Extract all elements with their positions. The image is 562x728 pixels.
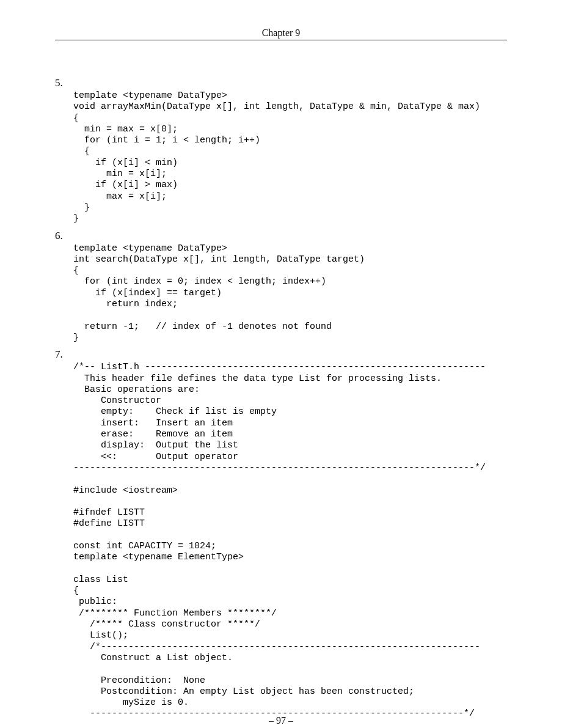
- code-block: template <typename DataType> void arrayM…: [73, 90, 507, 225]
- item-6: 6. template <typename DataType> int sear…: [55, 230, 507, 344]
- code-block: /*-- ListT.h ---------------------------…: [73, 362, 507, 720]
- item-7: 7. /*-- ListT.h ------------------------…: [55, 348, 507, 720]
- item-number: 7.: [55, 348, 507, 361]
- page-footer: – 97 –: [0, 715, 562, 726]
- item-number: 5.: [55, 77, 507, 89]
- item-5: 5. template <typename DataType> void arr…: [55, 77, 507, 225]
- code-block: template <typename DataType> int search(…: [73, 243, 507, 344]
- page: Chapter 9 5. template <typename DataType…: [0, 0, 562, 728]
- item-number: 6.: [55, 230, 507, 242]
- page-header: Chapter 9: [55, 28, 507, 40]
